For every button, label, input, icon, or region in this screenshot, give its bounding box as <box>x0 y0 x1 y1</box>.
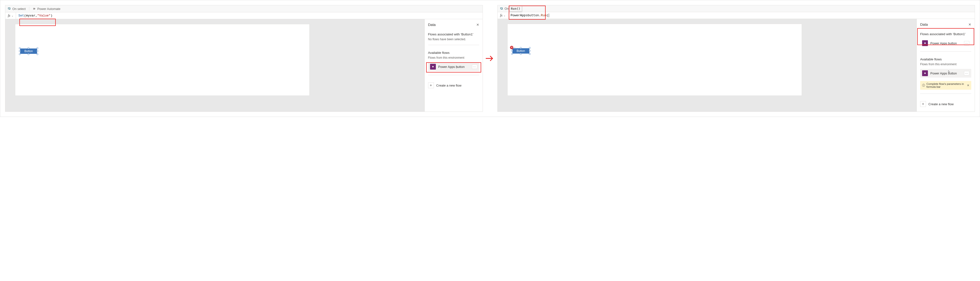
banner-text: Complete flow's parameters in formula ba… <box>926 82 966 88</box>
right-pane: On Run() fx PowerAppsbutton.Run( Button <box>497 5 975 112</box>
resize-handle[interactable] <box>520 53 522 55</box>
no-flows-text: No flows have been selected. <box>428 38 479 41</box>
flow-name: Power Apps button <box>930 72 962 75</box>
formula-token-obj: PowerAppsbutton <box>511 14 539 17</box>
formula-token-dot: . <box>539 14 541 17</box>
flow-name: Power Apps button <box>930 42 962 45</box>
formula-token-arg1: myvar <box>26 14 35 18</box>
onselect-dropdown[interactable]: On select <box>8 7 26 11</box>
flow-icon <box>430 64 436 70</box>
canvas-surface[interactable]: Button <box>15 24 310 96</box>
resize-handle[interactable] <box>529 47 531 49</box>
formula-token-comma: , <box>35 14 37 18</box>
resize-handle[interactable] <box>19 47 21 49</box>
chevron-down-icon[interactable]: ⌄ <box>514 46 516 48</box>
resize-handle[interactable] <box>511 50 513 52</box>
resize-handle[interactable] <box>37 53 38 55</box>
canvas-surface[interactable]: Button ✕ ⌄ <box>508 24 802 96</box>
flow-more-button[interactable]: ··· <box>964 41 969 45</box>
onselect-icon <box>500 7 503 10</box>
available-flows-heading: Available flows <box>428 51 479 54</box>
formula-token-method: Run <box>541 14 546 17</box>
available-flows-heading: Available flows <box>920 57 971 61</box>
flow-item-associated[interactable]: Power Apps button ··· <box>920 39 971 48</box>
toolbar: On select Power Automate <box>5 5 483 12</box>
flow-icon <box>922 40 928 46</box>
resize-handle[interactable] <box>529 53 531 55</box>
close-icon[interactable]: ✕ <box>476 23 479 27</box>
button-selection[interactable]: Button <box>20 48 37 54</box>
onselect-dropdown[interactable]: On <box>500 7 509 10</box>
canvas[interactable]: Button <box>5 19 425 112</box>
canvas-button[interactable]: Button <box>20 48 37 54</box>
fx-label[interactable]: fx <box>498 12 508 19</box>
banner-close-icon[interactable]: ✕ <box>967 84 969 87</box>
formula-token-open: ( <box>547 14 549 17</box>
canvas[interactable]: Button ✕ ⌄ <box>498 19 917 112</box>
flow-item[interactable]: Power Apps button ··· <box>428 62 479 71</box>
data-panel-title: Data <box>428 22 436 27</box>
resize-handle[interactable] <box>511 53 513 55</box>
create-flow-button[interactable]: + Create a new flow <box>428 82 479 88</box>
create-flow-label: Create a new flow <box>436 84 461 87</box>
flows-env-text: Flows from this environment <box>428 56 479 59</box>
resize-handle[interactable] <box>529 50 531 52</box>
flow-more-button[interactable]: ··· <box>472 64 477 69</box>
powerautomate-button[interactable]: Power Automate <box>33 7 60 11</box>
flow-more-button[interactable]: ··· <box>964 71 969 75</box>
divider <box>920 51 971 52</box>
text-cursor <box>549 14 549 17</box>
resize-handle[interactable] <box>19 53 21 55</box>
flow-name: Power Apps button <box>438 65 469 69</box>
resize-handle[interactable] <box>19 50 21 52</box>
powerautomate-label: Power Automate <box>37 7 60 11</box>
formula-input[interactable]: Set(myvar,"Value") <box>16 12 483 19</box>
formula-bar: fx PowerAppsbutton.Run( <box>498 12 975 19</box>
data-panel-title: Data <box>920 22 928 26</box>
resize-handle[interactable] <box>37 50 38 52</box>
plus-icon: + <box>920 101 926 107</box>
autocomplete-popup[interactable]: Run() <box>509 6 522 12</box>
create-flow-label: Create a new flow <box>928 102 954 106</box>
error-badge-icon[interactable]: ✕ <box>510 46 513 49</box>
close-icon[interactable]: ✕ <box>968 22 971 26</box>
flows-env-text: Flows from this environment <box>920 62 971 66</box>
button-selection[interactable]: Button ✕ ⌄ <box>512 48 529 54</box>
plus-icon: + <box>428 82 434 88</box>
resize-handle[interactable] <box>37 47 38 49</box>
data-panel: Data ✕ Flows associated with 'Button1' N… <box>425 19 483 112</box>
arrow-icon <box>485 55 495 62</box>
onselect-label: On select <box>12 7 26 11</box>
banner-complete-params: ⓘ Complete flow's parameters in formula … <box>920 81 971 90</box>
powerautomate-icon <box>33 7 36 10</box>
formula-token-fn: Set <box>18 14 24 18</box>
flows-associated-heading: Flows associated with 'Button1' <box>920 32 971 36</box>
cursor-icon <box>455 66 459 70</box>
resize-handle[interactable] <box>28 47 29 49</box>
onselect-icon <box>8 7 11 10</box>
info-icon: ⓘ <box>922 84 925 87</box>
flows-associated-heading: Flows associated with 'Button1' <box>428 32 479 36</box>
formula-input[interactable]: PowerAppsbutton.Run( <box>508 12 975 19</box>
formula-token-arg2: "Value" <box>37 14 51 18</box>
flow-icon <box>922 70 928 76</box>
resize-handle[interactable] <box>28 53 29 55</box>
flow-item[interactable]: Power Apps button ··· <box>920 69 971 78</box>
data-panel: Data ✕ Flows associated with 'Button1' P… <box>916 19 975 112</box>
canvas-button[interactable]: Button <box>512 48 529 54</box>
create-flow-button[interactable]: + Create a new flow <box>920 101 971 107</box>
resize-handle[interactable] <box>520 47 522 49</box>
cursor-icon <box>947 70 951 74</box>
left-pane: On select Power Automate fx Set(myvar,"V… <box>5 5 483 112</box>
onselect-label-short: On <box>505 7 509 10</box>
toolbar: On Run() <box>498 5 975 12</box>
fx-label[interactable]: fx <box>5 12 16 19</box>
formula-bar: fx Set(myvar,"Value") <box>5 12 483 19</box>
formula-token-close: ) <box>51 14 52 18</box>
toolbar-separator <box>29 7 29 11</box>
